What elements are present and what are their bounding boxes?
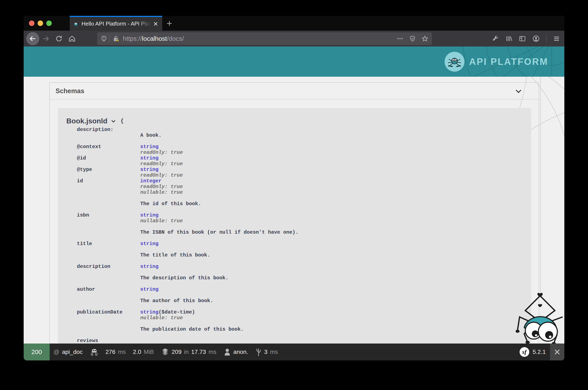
minimize-window-button[interactable] (38, 20, 43, 26)
property-type-line: string (140, 264, 228, 269)
property-value: stringnullable: trueThe ISBN of this boo… (140, 212, 298, 241)
property-row: titlestringThe title of this book. (66, 241, 523, 264)
property-name: @id (77, 155, 140, 167)
property-type: string (140, 241, 158, 246)
address-bar[interactable]: https://localhost/docs/ (97, 32, 432, 45)
property-type: string (140, 155, 158, 161)
http-status-badge[interactable]: 200 (24, 343, 50, 360)
library-icon[interactable] (505, 35, 512, 42)
property-value: stringreadOnly: true (140, 167, 183, 178)
model-properties: @contextstringreadOnly: true@idstringrea… (66, 144, 523, 350)
property-name: @context (77, 144, 140, 155)
model-description-label-row: description: (66, 127, 523, 133)
memory-panel[interactable]: 2.0 MiB (133, 343, 154, 360)
forward-button[interactable] (39, 32, 52, 45)
symfony-version: 5.2.1 (533, 349, 546, 355)
close-window-button[interactable] (29, 20, 34, 26)
request-time-panel[interactable]: 276 ms (106, 343, 126, 360)
property-qualifier: readOnly: true (140, 184, 201, 190)
page-viewport: API PLATFORM Schemas (24, 47, 564, 360)
page-actions-dots-icon[interactable] (397, 35, 404, 42)
query-in-label: in (184, 349, 189, 355)
zoom-window-button[interactable] (46, 20, 52, 26)
model-open-brace: { (121, 118, 124, 124)
property-qualifier: nullable: true (140, 190, 201, 195)
back-button[interactable] (26, 32, 39, 45)
logo-spider-icon (445, 52, 464, 72)
twig-panel[interactable]: 3 ms (255, 343, 278, 360)
route-panel[interactable]: @ api_doc (53, 343, 83, 360)
schemas-section-header[interactable]: Schemas (50, 83, 539, 99)
menu-hamburger-icon[interactable] (553, 35, 560, 42)
url-display[interactable]: https://localhost/docs/ (123, 35, 184, 42)
brand-wordmark: API PLATFORM (469, 56, 548, 67)
property-type: string (140, 212, 158, 218)
property-value: stringThe author of this book. (140, 287, 213, 309)
account-profile-icon[interactable] (532, 35, 540, 43)
insecure-lock-warning-icon[interactable] (112, 35, 120, 43)
property-value: string($date-time)nullable: trueThe publ… (140, 309, 244, 338)
bookmark-star-icon[interactable] (421, 35, 429, 42)
property-value: stringThe title of this book. (140, 241, 210, 264)
property-name: description (77, 264, 140, 287)
property-type-line: string (140, 167, 183, 172)
property-description: The ISBN of this book (or null if doesn'… (140, 229, 298, 235)
property-value: stringreadOnly: true (140, 144, 183, 155)
property-name: id (77, 178, 140, 212)
query-time: 17.73 (191, 349, 206, 355)
property-type-line: integer (140, 178, 201, 184)
browser-window: Hello API Platform - API Platform (24, 16, 564, 360)
tab-favicon-spider-icon (73, 21, 79, 27)
property-type: integer (140, 178, 162, 184)
tab-bar: Hello API Platform - API Platform (24, 16, 564, 31)
property-value: stringreadOnly: true (140, 155, 183, 167)
property-row: isbnstringnullable: trueThe ISBN of this… (66, 212, 523, 241)
sidebar-toggle-icon[interactable] (519, 35, 526, 42)
property-name: author (77, 287, 140, 309)
urlbar-divider (109, 35, 110, 42)
api-platform-header: API PLATFORM (24, 47, 564, 77)
property-type: string (140, 167, 158, 172)
tab-close-icon[interactable] (152, 20, 159, 27)
memory-value: 2.0 (133, 349, 141, 355)
route-name: api_doc (62, 349, 83, 355)
url-protocol: https:// (123, 35, 142, 42)
devtools-wrench-icon[interactable] (492, 35, 499, 42)
url-path: /docs/ (167, 35, 184, 42)
property-row: idintegerreadOnly: truenullable: trueThe… (66, 178, 523, 212)
new-tab-button[interactable] (165, 19, 174, 28)
api-platform-panel[interactable] (90, 343, 98, 360)
property-value: integerreadOnly: truenullable: trueThe i… (140, 178, 201, 212)
reload-button[interactable] (52, 32, 65, 45)
query-time-unit: ms (208, 349, 216, 355)
symfony-version-panel[interactable]: sf 5.2.1 (520, 343, 550, 360)
model-description-label: description: (77, 127, 140, 133)
shield-check-icon[interactable] (409, 35, 416, 42)
screenshot-canvas: { "browser": { "tab_title": "Hello API P… (0, 0, 588, 390)
property-type-line: string (140, 144, 183, 149)
property-row: @contextstringreadOnly: true (66, 144, 523, 155)
layers-icon (161, 348, 169, 356)
property-description: The description of this book. (140, 275, 228, 281)
security-panel[interactable]: anon. (224, 343, 248, 360)
property-row: @typestringreadOnly: true (66, 167, 523, 178)
toolbar-separator (546, 34, 546, 43)
route-prefix: @ (53, 349, 59, 355)
toolbar-close-button[interactable] (550, 343, 564, 360)
database-queries-panel[interactable]: 209 in 17.73 ms (161, 343, 217, 360)
home-button[interactable] (65, 32, 79, 45)
symfony-logo-icon: sf (520, 347, 529, 357)
model-collapse-chevron-down-icon[interactable] (110, 118, 116, 124)
property-value: stringThe description of this book. (140, 264, 228, 287)
schemas-collapse-chevron-down-icon[interactable] (514, 87, 523, 95)
property-qualifier: nullable: true (140, 218, 298, 224)
property-qualifier: readOnly: true (140, 172, 183, 178)
api-platform-spider-icon (90, 347, 98, 357)
property-type-line: string (140, 212, 298, 218)
request-time-unit: ms (118, 349, 126, 355)
model-title: Book.jsonld (66, 117, 107, 125)
tracking-protection-shield-icon[interactable] (100, 35, 107, 42)
property-description: The id of this book. (140, 201, 201, 207)
property-description: The publication date of this book. (140, 326, 244, 332)
browser-tab[interactable]: Hello API Platform - API Platform (70, 16, 162, 31)
